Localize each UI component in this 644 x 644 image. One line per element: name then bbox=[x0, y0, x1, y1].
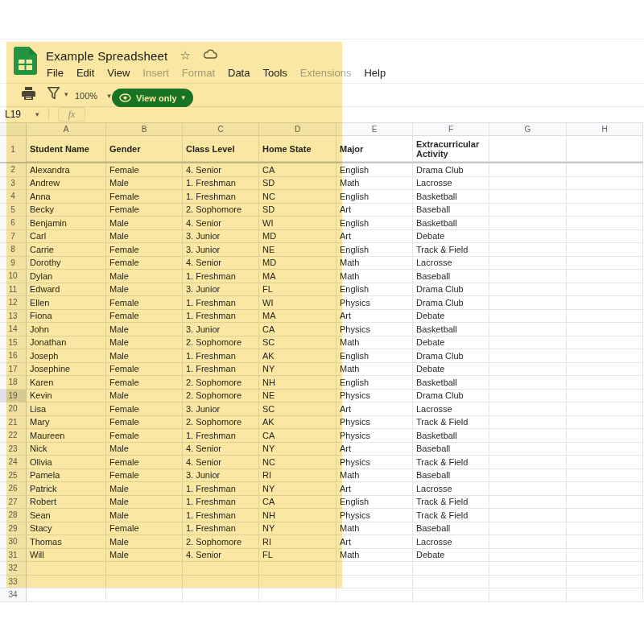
cell-B12[interactable]: Female bbox=[106, 296, 183, 310]
cell-A2[interactable]: Alexandra bbox=[27, 163, 106, 177]
cell-D27[interactable]: CA bbox=[259, 496, 336, 510]
cell-C21[interactable]: 2. Sophomore bbox=[183, 416, 259, 430]
cell-G7[interactable] bbox=[489, 230, 567, 244]
cell-E16[interactable]: English bbox=[336, 349, 413, 363]
row-header-20[interactable]: 20 bbox=[0, 402, 27, 416]
cell-E12[interactable]: Physics bbox=[336, 296, 413, 310]
row-header-15[interactable]: 15 bbox=[0, 336, 27, 350]
cell-F21[interactable]: Track & Field bbox=[413, 416, 489, 430]
cell-A1[interactable]: Student Name bbox=[27, 136, 106, 162]
cell-E10[interactable]: Math bbox=[336, 270, 413, 283]
menu-item-extensions[interactable]: Extensions bbox=[294, 67, 358, 79]
cell-E14[interactable]: Physics bbox=[336, 323, 413, 336]
cell-F7[interactable]: Debate bbox=[413, 230, 489, 244]
cell-G31[interactable] bbox=[489, 549, 567, 563]
cell-G32[interactable] bbox=[489, 562, 567, 576]
cell-G13[interactable] bbox=[489, 310, 567, 324]
cell-G25[interactable] bbox=[489, 469, 567, 483]
star-icon[interactable]: ☆ bbox=[180, 50, 190, 62]
cell-E4[interactable]: English bbox=[336, 190, 413, 204]
cell-G24[interactable] bbox=[489, 456, 567, 469]
cell-H20[interactable] bbox=[567, 402, 643, 416]
cell-C32[interactable] bbox=[183, 562, 259, 576]
cell-C1[interactable]: Class Level bbox=[183, 136, 259, 162]
cell-E28[interactable]: Physics bbox=[336, 509, 413, 522]
cell-A30[interactable]: Thomas bbox=[27, 535, 106, 549]
cell-B14[interactable]: Male bbox=[106, 323, 183, 336]
row-header-30[interactable]: 30 bbox=[0, 535, 27, 549]
print-button[interactable] bbox=[22, 87, 35, 103]
menu-item-insert[interactable]: Insert bbox=[136, 67, 175, 79]
cell-C22[interactable]: 1. Freshman bbox=[183, 429, 259, 443]
cell-C24[interactable]: 4. Senior bbox=[183, 456, 259, 469]
name-box-caret-icon[interactable]: ▾ bbox=[35, 111, 39, 118]
cell-C6[interactable]: 4. Senior bbox=[183, 217, 259, 230]
cell-D15[interactable]: SC bbox=[259, 336, 336, 350]
cell-B26[interactable]: Male bbox=[106, 482, 183, 496]
cell-C4[interactable]: 1. Freshman bbox=[183, 190, 259, 204]
cell-F2[interactable]: Drama Club bbox=[413, 163, 489, 177]
cell-B29[interactable]: Female bbox=[106, 522, 183, 536]
cell-C30[interactable]: 2. Sophomore bbox=[183, 535, 259, 549]
cell-D5[interactable]: SD bbox=[259, 204, 336, 217]
cell-B4[interactable]: Female bbox=[106, 190, 183, 204]
cell-B20[interactable]: Female bbox=[106, 402, 183, 416]
cell-C33[interactable] bbox=[183, 576, 259, 589]
cell-H10[interactable] bbox=[567, 270, 643, 283]
cell-A20[interactable]: Lisa bbox=[27, 402, 106, 416]
row-header-26[interactable]: 26 bbox=[0, 482, 27, 496]
cell-H9[interactable] bbox=[567, 257, 643, 270]
cell-C29[interactable]: 1. Freshman bbox=[183, 522, 259, 536]
cell-E31[interactable]: Math bbox=[336, 549, 413, 563]
cell-A4[interactable]: Anna bbox=[27, 190, 106, 204]
row-header-21[interactable]: 21 bbox=[0, 416, 27, 430]
cell-F25[interactable]: Baseball bbox=[413, 469, 489, 483]
cell-G22[interactable] bbox=[489, 429, 567, 443]
cell-C20[interactable]: 3. Junior bbox=[183, 402, 259, 416]
cell-D28[interactable]: NH bbox=[259, 509, 336, 522]
cell-E27[interactable]: English bbox=[336, 496, 413, 510]
cell-H11[interactable] bbox=[567, 283, 643, 297]
cell-C28[interactable]: 1. Freshman bbox=[183, 509, 259, 522]
row-header-28[interactable]: 28 bbox=[0, 509, 27, 522]
cell-H24[interactable] bbox=[567, 456, 643, 469]
cell-D16[interactable]: AK bbox=[259, 349, 336, 363]
cell-F11[interactable]: Drama Club bbox=[413, 283, 489, 297]
cell-B11[interactable]: Male bbox=[106, 283, 183, 297]
cell-A15[interactable]: Jonathan bbox=[27, 336, 106, 350]
cell-A10[interactable]: Dylan bbox=[27, 270, 106, 283]
cell-C13[interactable]: 1. Freshman bbox=[183, 310, 259, 324]
cell-H13[interactable] bbox=[567, 310, 643, 324]
cell-H21[interactable] bbox=[567, 416, 643, 430]
row-header-10[interactable]: 10 bbox=[0, 270, 27, 283]
cell-C3[interactable]: 1. Freshman bbox=[183, 177, 259, 191]
cell-A31[interactable]: Will bbox=[27, 549, 106, 563]
cell-G34[interactable] bbox=[489, 588, 567, 602]
cell-G33[interactable] bbox=[489, 576, 567, 589]
cell-H5[interactable] bbox=[567, 204, 643, 217]
cell-F13[interactable]: Debate bbox=[413, 310, 489, 324]
column-header-A[interactable]: A bbox=[27, 123, 106, 136]
cell-E3[interactable]: Math bbox=[336, 177, 413, 191]
column-header-G[interactable]: G bbox=[489, 123, 567, 136]
filter-button[interactable] bbox=[47, 87, 60, 102]
cell-H7[interactable] bbox=[567, 230, 643, 244]
cell-H23[interactable] bbox=[567, 443, 643, 456]
cell-F4[interactable]: Basketball bbox=[413, 190, 489, 204]
cell-A21[interactable]: Mary bbox=[27, 416, 106, 430]
column-header-B[interactable]: B bbox=[106, 123, 183, 136]
row-header-17[interactable]: 17 bbox=[0, 363, 27, 377]
cell-H19[interactable] bbox=[567, 390, 643, 403]
cell-H34[interactable] bbox=[567, 588, 643, 602]
cell-E33[interactable] bbox=[336, 576, 413, 589]
cell-D34[interactable] bbox=[259, 588, 336, 602]
cell-F18[interactable]: Basketball bbox=[413, 376, 489, 390]
cell-E20[interactable]: Art bbox=[336, 402, 413, 416]
cell-D12[interactable]: WI bbox=[259, 296, 336, 310]
cell-F3[interactable]: Lacrosse bbox=[413, 177, 489, 191]
cell-D11[interactable]: FL bbox=[259, 283, 336, 297]
cell-D22[interactable]: CA bbox=[259, 429, 336, 443]
cell-G2[interactable] bbox=[489, 163, 567, 177]
cell-F12[interactable]: Drama Club bbox=[413, 296, 489, 310]
cell-B13[interactable]: Female bbox=[106, 310, 183, 324]
